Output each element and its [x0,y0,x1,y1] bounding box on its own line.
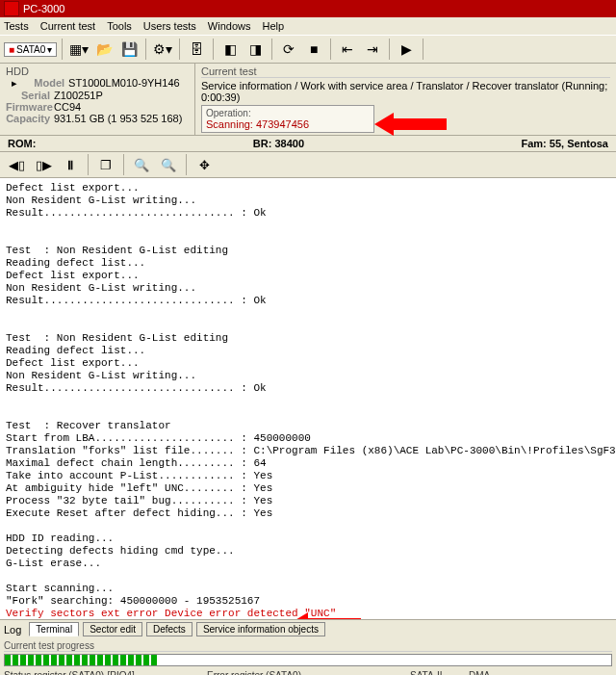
log-text: Defect list export... Non Resident G-Lis… [6,182,610,620]
toolbar-main: ■SATA0▾ ▦▾ 📂 💾 ⚙▾ 🗄 ◧ ◨ ⟳ ■ ⇤ ⇥ ▶ [0,35,616,64]
titlebar: PC-3000 [0,0,616,17]
app-icon [4,1,19,16]
tool1-icon[interactable]: ◧ [218,38,242,61]
error-register: Error register (SATA0) BBKUNCINFABRTONAN… [207,670,398,675]
family: Fam: 55, Sentosa [522,138,608,149]
menu-current-test[interactable]: Current test [40,20,95,32]
arrow2-icon[interactable]: ⇥ [361,38,384,61]
tab-sector-edit[interactable]: Sector edit [83,622,142,636]
refresh-icon[interactable]: ⟳ [277,38,300,61]
operation-value: Scanning: 473947456 [206,118,370,130]
tab-terminal[interactable]: Terminal [29,622,79,636]
tool2-icon[interactable]: ◨ [244,38,267,61]
menu-tests[interactable]: Tests [4,20,29,32]
log-label: Log [4,624,21,636]
find-next-icon[interactable]: 🔍 [156,153,181,176]
target-icon[interactable]: ✥ [192,153,217,176]
copy-icon[interactable]: ❐ [93,153,118,176]
menu-windows[interactable]: Windows [208,20,251,32]
registers-row: Status register (SATA0)-[PIO4] BSYDRDDWF… [0,668,616,675]
status-register: Status register (SATA0)-[PIO4] BSYDRDDWF… [4,670,195,675]
gear-icon[interactable]: ⚙▾ [151,38,174,61]
back-icon[interactable]: ◀▯ [4,153,29,176]
menu-users-tests[interactable]: Users tests [143,20,196,32]
progress-label: Current test progress [4,640,612,652]
fwd-icon[interactable]: ▯▶ [31,153,56,176]
progress-section: Current test progress [0,640,616,666]
menubar: Tests Current test Tools Users tests Win… [0,17,616,35]
hdd-panel: HDD ▸ ModelST1000LM010-9YH146 SerialZ100… [0,64,195,135]
find-icon[interactable]: 🔍 [129,153,154,176]
hdd-firmware: CC94 [54,101,81,113]
db-icon[interactable]: 🗄 [185,38,208,61]
pause-icon[interactable]: Ⅱ [58,153,83,176]
baud-rate: BR: 38400 [253,138,304,149]
rom-row: ROM: BR: 38400 Fam: 55, Sentosa [0,136,616,152]
hdd-title: HDD [6,65,189,77]
grid-icon[interactable]: ▦▾ [67,38,90,61]
toolbar-log: ◀▯ ▯▶ Ⅱ ❐ 🔍 🔍 ✥ [0,152,616,178]
arrow1-icon[interactable]: ⇤ [336,38,359,61]
progress-bar [4,654,612,666]
current-test-path: Service information / Work with service … [201,80,610,103]
hdd-serial: Z100251P [54,90,103,101]
rom-label: ROM: [8,138,36,149]
port-selector[interactable]: ■SATA0▾ [4,42,57,57]
operation-box: Operation: Scanning: 473947456 [201,105,374,133]
hdd-model: ST1000LM010-9YH146 [68,77,180,89]
save-icon[interactable]: 💾 [117,38,141,61]
stop-icon[interactable]: ■ [302,38,325,61]
menu-help[interactable]: Help [262,20,284,32]
play-icon[interactable]: ▶ [395,38,418,61]
log-area[interactable]: Defect list export... Non Resident G-Lis… [0,178,616,620]
sata2-register: SATA-II PHY [410,670,457,675]
current-test-title: Current test [201,65,610,78]
tab-defects[interactable]: Defects [146,622,192,636]
dma-register: DMA RQ [469,670,492,675]
annotation-arrow-1 [374,115,447,134]
current-test-panel: Current test Service information / Work … [195,64,616,135]
window-title: PC-3000 [23,3,64,14]
info-row: HDD ▸ ModelST1000LM010-9YH146 SerialZ100… [0,64,616,136]
tab-service-info[interactable]: Service information objects [196,622,325,636]
hdd-capacity: 931.51 GB (1 953 525 168) [54,113,182,124]
open-icon[interactable]: 📂 [92,38,116,61]
menu-tools[interactable]: Tools [107,20,132,32]
tabs-row: Log Terminal Sector edit Defects Service… [0,620,616,638]
